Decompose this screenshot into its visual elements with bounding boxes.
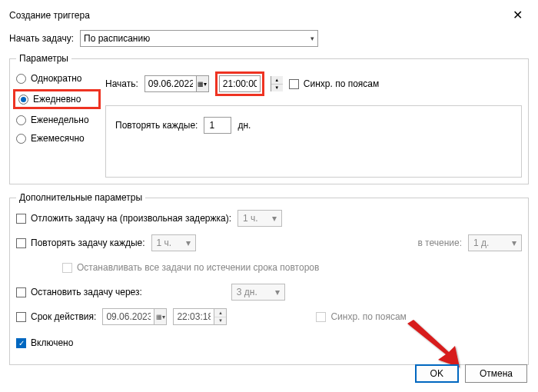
expire-label: Срок действия:: [31, 311, 96, 322]
delay-label: Отложить задачу на (произвольная задержк…: [31, 213, 231, 224]
radio-icon: [16, 74, 26, 84]
ok-button[interactable]: OK: [415, 364, 459, 383]
sync-tz-option[interactable]: Синхр. по поясам: [289, 78, 379, 89]
cancel-button[interactable]: Отмена: [465, 364, 527, 383]
time-spinner[interactable]: ▲ ▼: [214, 309, 226, 324]
start-time-picker[interactable]: [219, 75, 261, 92]
repeat-every-input[interactable]: [204, 117, 231, 134]
start-label: Начать:: [105, 78, 138, 89]
stop-after-value: 3 дн.: [237, 287, 257, 297]
expire-sync-option: Синхр. по поясам: [316, 311, 406, 322]
radio-daily-label: Ежедневно: [33, 94, 81, 105]
params-fieldset: Параметры Однократно Ежедневно Еженедель…: [9, 53, 529, 184]
repeat-task-combo[interactable]: 1 ч. ▾: [151, 234, 196, 251]
sync-tz-checkbox[interactable]: [289, 79, 299, 89]
expire-sync-label: Синхр. по поясам: [330, 311, 406, 322]
enabled-label: Включено: [31, 337, 73, 348]
begin-task-value: По расписанию: [84, 33, 150, 44]
spin-up-icon[interactable]: ▲: [214, 309, 226, 317]
stop-all-checkbox: [62, 263, 72, 273]
start-date-input[interactable]: [145, 76, 196, 91]
spin-up-icon[interactable]: ▲: [271, 76, 283, 85]
radio-daily[interactable]: Ежедневно: [18, 94, 81, 105]
duration-combo[interactable]: 1 д. ▾: [468, 234, 522, 251]
repeat-every-unit: дн.: [237, 120, 251, 131]
delay-checkbox[interactable]: [16, 214, 26, 224]
radio-weekly[interactable]: Еженедельно: [16, 115, 98, 125]
calendar-icon[interactable]: ▦▾: [196, 76, 208, 91]
advanced-fieldset: Дополнительные параметры Отложить задачу…: [9, 192, 529, 365]
repeat-task-label: Повторять задачу каждые:: [31, 238, 145, 248]
expire-date-picker[interactable]: ▦▾: [102, 308, 167, 325]
chevron-down-icon: ▾: [186, 238, 191, 248]
params-legend: Параметры: [16, 53, 71, 64]
delay-value: 1 ч.: [243, 213, 258, 224]
close-button[interactable]: ✕: [506, 6, 529, 24]
expire-time-input[interactable]: [174, 309, 214, 324]
expire-date-input[interactable]: [103, 309, 154, 324]
stop-after-option[interactable]: Остановить задачу через:: [16, 287, 142, 297]
stop-all-label: Останавливать все задачи по истечении ср…: [77, 262, 319, 273]
highlight-daily: Ежедневно: [13, 89, 101, 109]
radio-once-label: Однократно: [31, 73, 82, 84]
radio-weekly-label: Еженедельно: [31, 115, 89, 125]
begin-task-combo[interactable]: По расписанию ▾: [80, 30, 318, 47]
duration-label: в течение:: [417, 238, 462, 248]
chevron-down-icon: ▾: [512, 238, 516, 248]
radio-icon: [16, 134, 26, 144]
time-spinner[interactable]: ▲ ▼: [271, 76, 283, 91]
repeat-task-checkbox[interactable]: [16, 238, 26, 248]
radio-once[interactable]: Однократно: [16, 73, 98, 84]
highlight-time: [215, 71, 264, 96]
repeat-task-value: 1 ч.: [157, 238, 172, 248]
stop-after-combo[interactable]: 3 дн. ▾: [231, 284, 285, 301]
stop-all-option: Останавливать все задачи по истечении ср…: [62, 262, 319, 273]
radio-monthly[interactable]: Ежемесячно: [16, 133, 98, 144]
delay-option[interactable]: Отложить задачу на (произвольная задержк…: [16, 213, 231, 224]
expire-sync-checkbox: [316, 312, 326, 322]
duration-value: 1 д.: [473, 238, 489, 248]
begin-task-label: Начать задачу:: [9, 33, 74, 44]
stop-after-checkbox[interactable]: [16, 287, 26, 297]
stop-after-label: Остановить задачу через:: [31, 287, 142, 297]
repeat-every-label: Повторять каждые:: [115, 120, 198, 131]
expire-option[interactable]: Срок действия:: [16, 311, 96, 322]
start-time-input[interactable]: [220, 76, 260, 91]
chevron-down-icon: ▾: [272, 213, 277, 224]
window-title: Создание триггера: [9, 10, 90, 21]
chevron-down-icon: ▾: [275, 287, 280, 297]
spin-down-icon[interactable]: ▼: [271, 85, 283, 92]
radio-icon: [16, 115, 26, 125]
calendar-icon[interactable]: ▦▾: [154, 309, 166, 324]
radio-monthly-label: Ежемесячно: [31, 133, 85, 144]
spin-down-icon[interactable]: ▼: [214, 317, 226, 325]
radio-icon: [18, 95, 28, 105]
repeat-panel: Повторять каждые: дн.: [105, 105, 522, 178]
advanced-legend: Дополнительные параметры: [16, 192, 145, 203]
repeat-task-option[interactable]: Повторять задачу каждые:: [16, 238, 145, 248]
expire-checkbox[interactable]: [16, 312, 26, 322]
delay-combo[interactable]: 1 ч. ▾: [237, 210, 282, 227]
expire-time-picker[interactable]: ▲ ▼: [173, 308, 227, 325]
sync-tz-label: Синхр. по поясам: [304, 78, 379, 89]
chevron-down-icon: ▾: [311, 35, 314, 42]
enabled-checkbox[interactable]: [16, 338, 26, 348]
start-date-picker[interactable]: ▦▾: [144, 75, 209, 92]
enabled-option[interactable]: Включено: [16, 337, 73, 348]
